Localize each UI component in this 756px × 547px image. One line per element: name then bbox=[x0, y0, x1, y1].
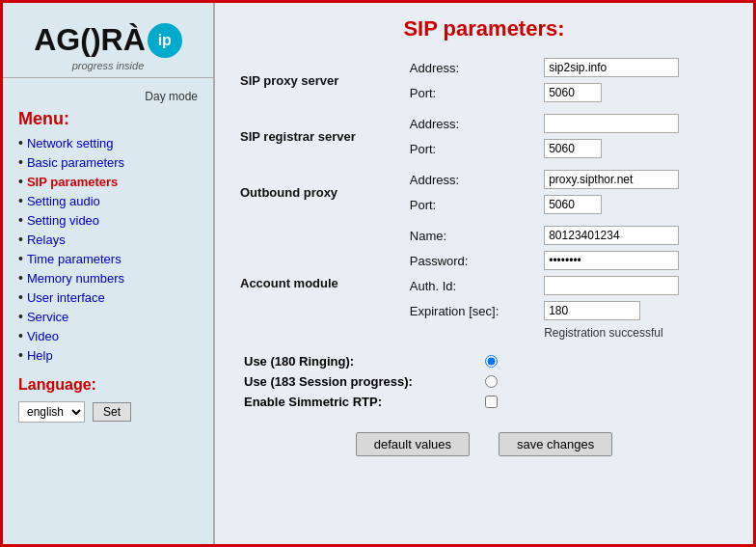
language-select[interactable]: english bbox=[18, 401, 85, 423]
account-authid-label: Auth. Id: bbox=[404, 273, 538, 298]
language-title: Language: bbox=[3, 365, 213, 397]
account-name-input[interactable] bbox=[544, 226, 679, 245]
sip-registrar-port-label: Port: bbox=[404, 136, 538, 161]
account-authid-input[interactable] bbox=[544, 276, 679, 295]
symmetric-checkbox[interactable] bbox=[485, 396, 498, 408]
account-expiration-label: Expiration [sec]: bbox=[404, 298, 538, 323]
sidebar-link-service[interactable]: Service bbox=[27, 310, 68, 324]
sip-proxy-address-cell bbox=[538, 55, 734, 80]
sip-registrar-address-cell bbox=[538, 111, 734, 136]
account-authid-cell bbox=[538, 273, 734, 298]
sidebar-item-video-setting[interactable]: Setting video bbox=[18, 210, 198, 230]
day-mode-label: Day mode bbox=[3, 90, 213, 103]
sip-registrar-address-row: SIP registrar server Address: bbox=[234, 111, 734, 136]
sidebar-item-service[interactable]: Service bbox=[18, 307, 198, 326]
symmetric-option-row: Enable Simmetric RTP: bbox=[244, 395, 734, 409]
sidebar-item-video[interactable]: Video bbox=[18, 326, 198, 345]
account-expiration-input[interactable] bbox=[544, 301, 640, 320]
symmetric-label: Enable Simmetric RTP: bbox=[244, 395, 475, 409]
sidebar-link-time[interactable]: Time parameters bbox=[27, 252, 122, 266]
sip-proxy-address-row: SIP proxy server Address: bbox=[234, 55, 734, 80]
sidebar-link-relays[interactable]: Relays bbox=[27, 232, 66, 247]
sip-registrar-port-cell bbox=[538, 136, 734, 161]
account-name-cell bbox=[538, 223, 734, 248]
logo-area: AG()RÀ ip progress inside bbox=[3, 13, 213, 78]
outbound-proxy-address-cell bbox=[538, 167, 734, 192]
default-values-button[interactable]: default values bbox=[356, 432, 470, 456]
sip-registrar-port-input[interactable] bbox=[544, 139, 602, 158]
save-changes-button[interactable]: save changes bbox=[499, 432, 612, 456]
sidebar-link-user-interface[interactable]: User interface bbox=[27, 290, 105, 305]
sip-proxy-port-label: Port: bbox=[404, 80, 538, 105]
ringing-label: Use (180 Ringing): bbox=[244, 354, 475, 369]
registration-status: Registration successful bbox=[538, 323, 734, 342]
account-name-row: Account module Name: bbox=[234, 223, 734, 248]
sip-params-table: SIP proxy server Address: Port: SIP regi… bbox=[234, 55, 734, 342]
language-row: english Set bbox=[3, 397, 213, 426]
logo-text: AG()RÀ bbox=[34, 22, 146, 58]
sip-proxy-port-input[interactable] bbox=[544, 83, 602, 102]
page-title: SIP parameters: bbox=[234, 16, 734, 41]
sip-proxy-label: SIP proxy server bbox=[234, 55, 404, 105]
logo-ip-badge: ip bbox=[148, 23, 182, 58]
sip-registrar-address-input[interactable] bbox=[544, 114, 679, 133]
sidebar-link-audio[interactable]: Setting audio bbox=[27, 194, 100, 208]
buttons-row: default values save changes bbox=[234, 432, 734, 456]
sidebar-link-basic[interactable]: Basic parameters bbox=[27, 155, 124, 170]
sidebar-item-basic[interactable]: Basic parameters bbox=[18, 152, 198, 172]
account-password-cell bbox=[538, 248, 734, 273]
sip-proxy-address-input[interactable] bbox=[544, 58, 679, 77]
outbound-proxy-port-input[interactable] bbox=[544, 195, 602, 214]
sidebar: AG()RÀ ip progress inside Day mode Menu:… bbox=[3, 3, 215, 544]
sidebar-link-memory[interactable]: Memory numbers bbox=[27, 271, 124, 286]
session-option-row: Use (183 Session progress): bbox=[244, 374, 734, 389]
sip-registrar-label: SIP registrar server bbox=[234, 111, 404, 161]
outbound-proxy-address-row: Outbound proxy Address: bbox=[234, 167, 734, 192]
sidebar-item-relays[interactable]: Relays bbox=[18, 230, 198, 249]
sidebar-item-network[interactable]: Network setting bbox=[18, 133, 198, 152]
outbound-proxy-port-cell bbox=[538, 192, 734, 217]
logo-slogan: progress inside bbox=[72, 60, 145, 71]
sidebar-item-time[interactable]: Time parameters bbox=[18, 249, 198, 268]
account-name-label: Name: bbox=[404, 223, 538, 248]
session-label: Use (183 Session progress): bbox=[244, 374, 475, 389]
account-module-label: Account module bbox=[234, 223, 404, 342]
sidebar-link-video[interactable]: Video bbox=[27, 329, 59, 343]
outbound-proxy-port-label: Port: bbox=[404, 192, 538, 217]
sip-proxy-port-cell bbox=[538, 80, 734, 105]
sidebar-link-video-setting[interactable]: Setting video bbox=[27, 213, 99, 228]
account-expiration-cell bbox=[538, 298, 734, 323]
account-password-label: Password: bbox=[404, 248, 538, 273]
sidebar-item-user-interface[interactable]: User interface bbox=[18, 287, 198, 307]
sidebar-link-network[interactable]: Network setting bbox=[27, 136, 114, 150]
ringing-option-row: Use (180 Ringing): bbox=[244, 354, 734, 369]
outbound-proxy-address-input[interactable] bbox=[544, 170, 679, 189]
sidebar-item-help[interactable]: Help bbox=[18, 345, 198, 365]
ringing-radio[interactable] bbox=[485, 355, 498, 368]
menu-title: Menu: bbox=[3, 103, 213, 133]
main-content: SIP parameters: SIP proxy server Address… bbox=[215, 3, 753, 544]
sip-proxy-address-label: Address: bbox=[404, 55, 538, 80]
sidebar-item-audio[interactable]: Setting audio bbox=[18, 191, 198, 210]
outbound-proxy-label: Outbound proxy bbox=[234, 167, 404, 217]
language-set-button[interactable]: Set bbox=[93, 402, 131, 422]
sidebar-link-help[interactable]: Help bbox=[27, 348, 53, 363]
sidebar-item-memory[interactable]: Memory numbers bbox=[18, 268, 198, 287]
logo-ip-text: ip bbox=[158, 32, 172, 49]
menu-list: Network setting Basic parameters SIP par… bbox=[3, 133, 213, 365]
options-section: Use (180 Ringing): Use (183 Session prog… bbox=[234, 354, 734, 415]
session-radio[interactable] bbox=[485, 375, 498, 388]
sidebar-item-sip[interactable]: SIP parameters bbox=[18, 172, 198, 191]
outbound-proxy-address-label: Address: bbox=[404, 167, 538, 192]
sip-registrar-address-label: Address: bbox=[404, 111, 538, 136]
sidebar-link-sip[interactable]: SIP parameters bbox=[27, 175, 118, 189]
account-password-input[interactable] bbox=[544, 251, 679, 270]
